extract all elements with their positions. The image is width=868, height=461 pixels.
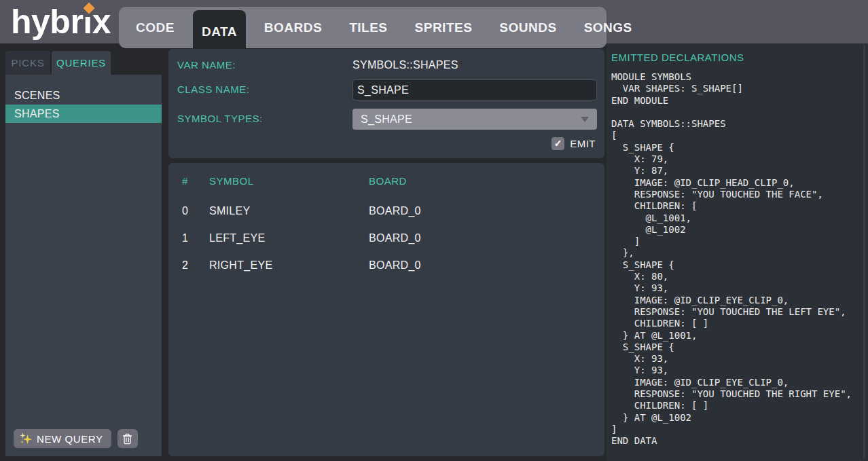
symbol-types-select[interactable]: S_SHAPE <box>352 109 597 130</box>
navbar: hybrix CODE DATA BOARDS TILES SPRITES SO… <box>0 0 868 43</box>
tab-sounds[interactable]: SOUNDS <box>490 7 565 48</box>
cell-board: BOARD_0 <box>369 259 604 272</box>
caret-down-icon <box>581 117 589 122</box>
sidebar-tab-bar: PICKS QUERIES <box>5 51 162 75</box>
tab-queries[interactable]: QUERIES <box>52 51 111 75</box>
col-header-board: BOARD <box>369 175 604 187</box>
var-name-value: SYMBOLS::SHAPES <box>352 59 458 71</box>
emit-checkbox[interactable] <box>551 137 564 150</box>
col-header-num: # <box>182 175 209 187</box>
table-row[interactable]: 0 SMILEY BOARD_0 <box>168 198 604 225</box>
tab-picks[interactable]: PICKS <box>5 51 50 75</box>
sidebar-footer: NEW QUERY <box>14 429 138 448</box>
tab-songs[interactable]: SONGS <box>575 7 641 48</box>
symbol-types-label: SYMBOL TYPES: <box>177 113 263 124</box>
selected-symbol-type: S_SHAPE <box>352 113 412 126</box>
query-form-panel: VAR NAME: SYMBOLS::SHAPES CLASS NAME: SY… <box>168 49 604 158</box>
tab-boards[interactable]: BOARDS <box>255 7 331 48</box>
sidebar-query-list: SCENES SHAPES <box>5 75 162 456</box>
tab-sprites[interactable]: SPRITES <box>406 7 482 48</box>
table-row[interactable]: 1 LEFT_EYE BOARD_0 <box>168 225 604 252</box>
var-name-label: VAR NAME: <box>177 59 236 71</box>
output-title: EMITTED DECLARATIONS <box>611 52 744 63</box>
sidebar: PICKS QUERIES SCENES SHAPES NEW QUERY <box>5 51 162 456</box>
results-table: # SYMBOL BOARD 0 SMILEY BOARD_0 1 LEFT_E… <box>168 163 604 456</box>
sidebar-item-scenes[interactable]: SCENES <box>5 86 162 105</box>
results-body: 0 SMILEY BOARD_0 1 LEFT_EYE BOARD_0 2 RI… <box>168 198 604 279</box>
table-row[interactable]: 2 RIGHT_EYE BOARD_0 <box>168 252 604 279</box>
results-header: # SYMBOL BOARD <box>168 172 604 189</box>
cell-symbol: LEFT_EYE <box>209 232 369 244</box>
cell-symbol: RIGHT_EYE <box>209 259 369 272</box>
brand-logo: hybrix <box>11 0 111 43</box>
delete-query-button[interactable] <box>117 429 138 448</box>
cell-num: 0 <box>182 205 209 217</box>
cell-board: BOARD_0 <box>369 232 604 244</box>
new-query-label: NEW QUERY <box>37 433 103 445</box>
main-tab-bar: CODE DATA BOARDS TILES SPRITES SOUNDS SO… <box>119 7 607 48</box>
trash-icon <box>122 433 132 445</box>
brand-logo-text: hybrix <box>11 5 111 39</box>
class-name-input[interactable] <box>352 79 597 100</box>
cell-num: 1 <box>182 232 209 244</box>
cell-symbol: SMILEY <box>209 205 369 217</box>
cell-board: BOARD_0 <box>369 205 604 217</box>
col-header-symbol: SYMBOL <box>209 175 369 187</box>
emitted-code: MODULE SYMBOLS VAR SHAPES: S_SHAPE[] END… <box>611 71 852 447</box>
sparkles-icon <box>19 432 33 445</box>
tab-code[interactable]: CODE <box>127 7 183 48</box>
class-name-label: CLASS NAME: <box>177 84 249 95</box>
new-query-button[interactable]: NEW QUERY <box>14 429 111 448</box>
output-panel: EMITTED DECLARATIONS MODULE SYMBOLS VAR … <box>607 43 868 461</box>
sidebar-item-shapes[interactable]: SHAPES <box>5 105 162 123</box>
tab-tiles[interactable]: TILES <box>340 7 396 48</box>
emit-label: EMIT <box>570 138 596 149</box>
vertical-scrollbar[interactable] <box>863 45 865 459</box>
emit-row: EMIT <box>551 137 596 150</box>
cell-num: 2 <box>182 259 209 272</box>
